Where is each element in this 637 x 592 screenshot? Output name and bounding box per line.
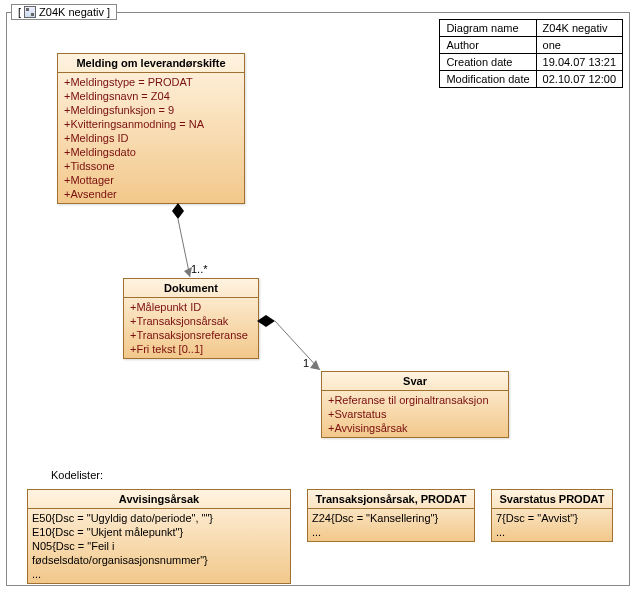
class-title: Svar: [322, 372, 508, 391]
class-body: +Referanse til orginaltransaksjon +Svars…: [322, 391, 508, 437]
meta-row: Diagram nameZ04K negativ: [440, 20, 623, 37]
class-attr: +Målepunkt ID: [128, 300, 254, 314]
codebox-line: ...: [496, 525, 608, 539]
codebox-body: Z24{Dsc = "Kansellering"} ...: [308, 509, 474, 541]
class-title: Dokument: [124, 279, 258, 298]
meta-key: Author: [440, 37, 536, 54]
codebox-line: 7{Dsc = "Avvist"}: [496, 511, 608, 525]
meta-val: 02.10.07 12:00: [536, 71, 622, 88]
class-attr: +Meldingsdato: [62, 145, 240, 159]
multiplicity-dokument: 1..*: [191, 263, 208, 275]
diagram-frame: [ Z04K negativ ] Diagram nameZ04K negati…: [6, 12, 630, 586]
codebox-trans: Transaksjonsårsak, PRODAT Z24{Dsc = "Kan…: [307, 489, 475, 542]
codebox-body: 7{Dsc = "Avvist"} ...: [492, 509, 612, 541]
package-icon: [24, 6, 36, 18]
class-attr: +Mottager: [62, 173, 240, 187]
class-attr: +Meldingsfunksjon = 9: [62, 103, 240, 117]
class-dokument: Dokument +Målepunkt ID +Transaksjonsårsa…: [123, 278, 259, 359]
multiplicity-svar: 1: [303, 357, 309, 369]
kodelist-label: Kodelister:: [51, 469, 103, 481]
class-title: Melding om leverandørskifte: [58, 54, 244, 73]
meta-key: Creation date: [440, 54, 536, 71]
class-attr: +Avvisingsårsak: [326, 421, 504, 435]
meta-row: Creation date19.04.07 13:21: [440, 54, 623, 71]
codebox-title: Avvisingsårsak: [28, 490, 290, 509]
codebox-line: E10{Dsc = "Ukjent målepunkt"}: [32, 525, 286, 539]
meta-key: Modification date: [440, 71, 536, 88]
meta-val: 19.04.07 13:21: [536, 54, 622, 71]
class-attr: +Svarstatus: [326, 407, 504, 421]
codebox-title: Transaksjonsårsak, PRODAT: [308, 490, 474, 509]
class-attr: +Transaksjonsårsak: [128, 314, 254, 328]
codebox-svarstatus: Svarstatus PRODAT 7{Dsc = "Avvist"} ...: [491, 489, 613, 542]
codebox-line: Z24{Dsc = "Kansellering"}: [312, 511, 470, 525]
codebox-body: E50{Dsc = "Ugyldig dato/periode", ""} E1…: [28, 509, 290, 583]
codebox-title: Svarstatus PRODAT: [492, 490, 612, 509]
metadata-table: Diagram nameZ04K negativ Authorone Creat…: [439, 19, 623, 88]
codebox-line: N05{Dsc = "Feil i fødselsdato/organisasj…: [32, 539, 286, 567]
class-attr: +Meldingstype = PRODAT: [62, 75, 240, 89]
meta-key: Diagram name: [440, 20, 536, 37]
meta-val: Z04K negativ: [536, 20, 622, 37]
class-attr: +Meldingsnavn = Z04: [62, 89, 240, 103]
class-attr: +Kvitteringsanmodning = NA: [62, 117, 240, 131]
class-svar: Svar +Referanse til orginaltransaksjon +…: [321, 371, 509, 438]
class-attr: +Tidssone: [62, 159, 240, 173]
codebox-line: ...: [312, 525, 470, 539]
diagram-canvas: [ Z04K negativ ] Diagram nameZ04K negati…: [0, 0, 637, 592]
class-attr: +Avsender: [62, 187, 240, 201]
frame-bracket-close: ]: [107, 6, 110, 18]
class-melding: Melding om leverandørskifte +Meldingstyp…: [57, 53, 245, 204]
class-attr: +Transaksjonsreferanse: [128, 328, 254, 342]
frame-bracket-open: [: [18, 6, 21, 18]
class-attr: +Meldings ID: [62, 131, 240, 145]
class-attr: +Fri tekst [0..1]: [128, 342, 254, 356]
codebox-line: ...: [32, 567, 286, 581]
frame-title-tab: [ Z04K negativ ]: [11, 4, 117, 20]
meta-row: Authorone: [440, 37, 623, 54]
class-attr: +Referanse til orginaltransaksjon: [326, 393, 504, 407]
meta-row: Modification date02.10.07 12:00: [440, 71, 623, 88]
codebox-line: E50{Dsc = "Ugyldig dato/periode", ""}: [32, 511, 286, 525]
meta-val: one: [536, 37, 622, 54]
codebox-avvising: Avvisingsårsak E50{Dsc = "Ugyldig dato/p…: [27, 489, 291, 584]
frame-title: Z04K negativ: [39, 6, 104, 18]
class-body: +Meldingstype = PRODAT +Meldingsnavn = Z…: [58, 73, 244, 203]
class-body: +Målepunkt ID +Transaksjonsårsak +Transa…: [124, 298, 258, 358]
